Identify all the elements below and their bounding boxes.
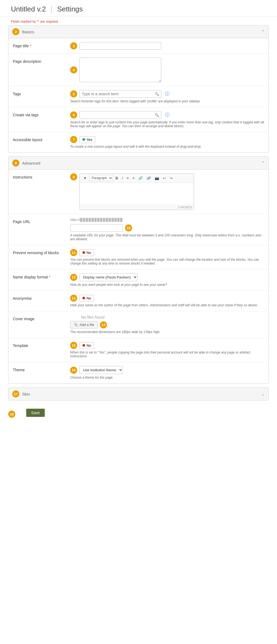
required-note: Fields marked by '*' are required. [0,17,277,25]
page-title-field-row: Page title * 3 Untitled v.2 [8,38,269,54]
prevent-removing-help: You can prevent that blocks are removed … [70,258,264,265]
rte-collapse-btn[interactable]: ▼ [82,176,88,181]
prevent-removing-content: 11 No You can prevent that blocks are re… [70,249,264,265]
page-title-badge: 3 [70,42,77,49]
tags-info-icon[interactable]: ⓘ [165,91,169,97]
basics-title: Basics [22,29,34,34]
page-title-input[interactable]: Untitled v.2 [79,42,161,50]
page-description-field-row: Page description 4 [8,54,269,86]
anonymise-value: No [87,296,91,300]
anonymise-dot [82,297,85,299]
prevent-removing-toggle[interactable]: No [79,249,94,256]
template-content: 15 No When this is set to "Yes", people … [70,342,264,358]
template-label: Template [13,342,67,348]
rte-italic-btn[interactable]: I [120,176,124,181]
anonymise-toggle[interactable]: No [79,295,94,302]
rte-body[interactable] [80,183,194,204]
rte-undo-btn[interactable]: ↩ [162,176,167,181]
advanced-title: Advanced [22,161,40,165]
anonymise-badge: 13 [70,295,77,302]
page-url-input[interactable]: untitled-v-2 [70,224,123,232]
create-via-tags-badge: 6 [70,111,77,118]
rte-ul-btn[interactable]: ≡ [125,176,130,181]
accessible-layout-toggle[interactable]: Yes [79,136,95,143]
name-display-content: 12 Display name (Paula Paulsen) First na… [70,273,264,287]
page-url-label: Page URL [13,218,67,224]
anonymise-field-row: Anonymise 13 No Hide your name as the au… [8,291,269,311]
theme-label: Theme [13,366,67,372]
create-via-tags-field-row: Create via tags 6 🔍 ⓘ Search for or ente… [8,107,269,132]
create-via-tags-info-icon[interactable]: ⓘ [165,112,169,118]
prevent-removing-label: Prevent removing of blocks [13,249,67,255]
anonymise-content: 13 No Hide your name as the author of th… [70,295,264,307]
page-title-heading: Untitled v.2 | Settings [11,5,266,13]
cover-image-content: No files found 📎 Add a file 14 The recom… [70,315,264,334]
rte-redo-btn[interactable]: ↪ [168,176,174,181]
instructions-label: Instructions [13,173,67,179]
template-help: When this is set to "Yes", people copyin… [70,351,264,358]
basics-body: Page title * 3 Untitled v.2 Page descrip… [8,38,269,152]
instructions-field-row: Instructions 9 ▼ Paragraph B I ≡ [8,170,269,214]
add-file-label: Add a file [79,323,94,327]
theme-select[interactable]: Use institution theme Default theme Cust… [79,366,123,374]
rte-image-btn[interactable]: 📷 [153,176,160,181]
skin-title: Skin [22,392,30,396]
accessible-layout-content: 7 Yes To create a one-column page layout… [70,136,264,149]
page-description-label: Page description [13,58,67,64]
page-title-text: Untitled v.2 [11,5,46,13]
advanced-body: Instructions 9 ▼ Paragraph B I ≡ [8,170,269,383]
rte-ol-btn[interactable]: ≡ [131,176,136,181]
skin-section-header[interactable]: 17 Skin ⌄ [8,388,269,400]
basics-badge: 2 [12,28,19,35]
advanced-section: 8 Advanced ⌃ Instructions 9 ▼ Paragraph [8,156,269,384]
advanced-section-header[interactable]: 8 Advanced ⌃ [8,157,269,170]
page-title-label: Page title * [13,42,67,48]
rte-word-count: 0 WORDS [80,204,194,210]
tags-help: Search for/enter tags for this item. Ite… [70,99,264,103]
rte-unlink-btn[interactable]: 🔗 [145,176,152,181]
tags-field-row: Tags 5 🔍 ⓘ Search for/enter tags for thi… [8,86,269,107]
cover-image-help: The recommended dimensions are 180px wid… [70,330,264,334]
rte-bold-btn[interactable]: B [114,176,119,181]
prevent-removing-badge: 11 [70,249,77,256]
anonymise-label: Anonymise [13,295,67,301]
url-prefix: https://███████████████ [70,218,264,222]
cover-image-badge: 14 [100,321,107,328]
create-via-tags-help: Search for or enter tags to pull content… [70,120,264,128]
cover-image-no-files: No files found [81,315,105,319]
advanced-chevron: ⌃ [261,161,265,166]
save-badge: 18 [8,411,15,418]
basics-section-header[interactable]: 2 Basics ⌃ [8,25,269,38]
instructions-badge: 9 [70,173,77,180]
page-subtitle: Settings [57,5,83,13]
tags-label: Tags [13,90,67,96]
name-display-help: How do you want people who look at your … [70,283,264,287]
page-url-badge: 10 [125,224,132,232]
tags-input[interactable] [79,90,161,98]
rte-paragraph-select[interactable]: Paragraph [89,175,113,181]
page-description-input[interactable] [79,58,161,82]
page-url-help: A readable URL for your page. This field… [70,233,264,241]
name-display-select[interactable]: Display name (Paula Paulsen) First name … [79,273,138,281]
save-button[interactable]: Save [26,409,45,417]
tags-content: 5 🔍 ⓘ Search for/enter tags for this ite… [70,90,264,103]
template-badge: 15 [70,342,77,349]
template-field-row: Template 15 No When this is set to "Yes"… [8,338,269,362]
accessible-layout-dot [82,138,85,141]
rte-link-btn[interactable]: 🔗 [137,176,144,181]
skin-chevron: ⌄ [261,391,265,397]
page-title-content: 3 Untitled v.2 [70,42,264,50]
add-file-button[interactable]: 📎 Add a file [70,321,98,328]
create-via-tags-input[interactable] [79,111,161,119]
page-description-content: 4 [70,58,264,82]
accessible-layout-badge: 7 [70,136,77,143]
rte-container: ▼ Paragraph B I ≡ ≡ 🔗 🔗 📷 ↩ [79,173,194,210]
prevent-removing-dot [82,251,85,254]
cover-image-label: Cover image [13,315,67,321]
theme-content: 16 Use institution theme Default theme C… [70,366,264,379]
cover-image-field-row: Cover image No files found 📎 Add a file … [8,311,269,338]
create-via-tags-content: 6 🔍 ⓘ Search for or enter tags to pull c… [70,111,264,128]
theme-badge: 16 [70,367,77,374]
template-toggle[interactable]: No [79,342,94,349]
prevent-removing-field-row: Prevent removing of blocks 11 No You can… [8,245,269,269]
